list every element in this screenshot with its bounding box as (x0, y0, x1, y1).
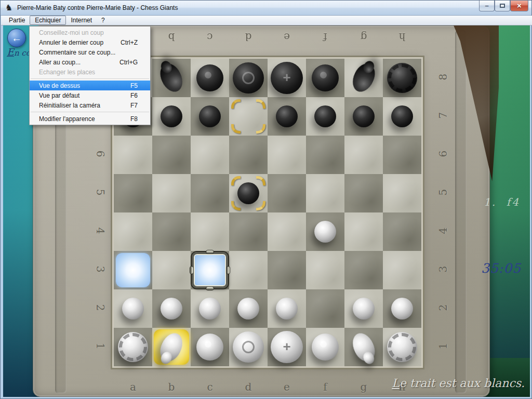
piece-black-pawn[interactable] (314, 105, 336, 127)
piece-black-queen[interactable] (233, 62, 264, 94)
legal-move-highlight[interactable] (116, 253, 150, 287)
square-d2[interactable] (229, 289, 268, 328)
square-h7[interactable] (383, 97, 421, 136)
maximize-button[interactable] (495, 1, 510, 11)
menu-item-vue-par-defaut[interactable]: Vue par défautF6 (30, 90, 150, 100)
close-button[interactable]: × (510, 1, 528, 11)
piece-white-queen[interactable] (233, 331, 264, 363)
square-e7[interactable] (268, 97, 306, 136)
square-h4[interactable] (383, 212, 421, 251)
square-g2[interactable] (344, 289, 383, 328)
square-d6[interactable] (229, 136, 268, 174)
menu-item-echanger-les-places[interactable]: Echanger les places (30, 67, 150, 77)
square-c2[interactable] (191, 289, 229, 328)
menu-partie[interactable]: Partie (4, 16, 30, 25)
piece-white-rook[interactable] (387, 332, 417, 362)
piece-black-bishop[interactable] (196, 64, 223, 91)
piece-black-pawn[interactable] (276, 105, 298, 127)
square-a6[interactable] (114, 136, 152, 174)
piece-black-knight[interactable] (156, 61, 187, 96)
piece-white-bishop[interactable] (312, 334, 339, 361)
square-g3[interactable] (344, 251, 383, 289)
piece-white-pawn[interactable] (199, 298, 221, 320)
square-e1[interactable] (268, 328, 306, 366)
piece-white-knight[interactable] (349, 330, 379, 365)
square-e5[interactable] (268, 174, 306, 212)
piece-white-king[interactable] (271, 331, 303, 363)
square-g8[interactable] (344, 59, 383, 97)
piece-white-pawn[interactable] (353, 298, 375, 320)
piece-black-pawn[interactable] (353, 105, 375, 127)
square-c5[interactable] (191, 174, 229, 212)
square-e4[interactable] (268, 212, 306, 251)
menu-item-aller-au-coup[interactable]: Aller au coup...Ctrl+G (30, 57, 150, 67)
menu-echiquier[interactable]: Echiquier (30, 16, 66, 25)
square-d4[interactable] (229, 212, 268, 251)
square-g1[interactable] (344, 328, 383, 366)
square-h6[interactable] (383, 136, 421, 174)
piece-black-rook[interactable] (387, 63, 417, 93)
piece-black-pawn[interactable] (161, 105, 182, 127)
square-f3[interactable] (306, 251, 344, 289)
piece-black-knight[interactable] (349, 61, 379, 96)
square-f7[interactable] (306, 97, 344, 136)
square-e8[interactable] (268, 59, 306, 97)
square-d5[interactable] (229, 174, 268, 212)
square-e3[interactable] (268, 251, 306, 289)
menu-item-reinitialiser-la-camera[interactable]: Réinitialiser la caméraF7 (30, 100, 150, 110)
square-c7[interactable] (191, 97, 229, 136)
square-h5[interactable] (383, 174, 421, 212)
square-e2[interactable] (268, 289, 306, 328)
square-b4[interactable] (152, 212, 191, 251)
square-e6[interactable] (268, 136, 306, 174)
square-c8[interactable] (191, 59, 229, 97)
square-d8[interactable] (229, 59, 268, 97)
square-f4[interactable] (306, 212, 344, 251)
square-d7[interactable] (229, 97, 268, 136)
piece-white-pawn[interactable] (161, 298, 182, 320)
square-d1[interactable] (229, 328, 268, 366)
square-f1[interactable] (306, 328, 344, 366)
menu-item-annuler-le-dernier-coup[interactable]: Annuler le dernier coupCtrl+Z (30, 37, 150, 47)
minimize-button[interactable]: – (479, 1, 495, 11)
piece-white-pawn[interactable] (391, 298, 413, 320)
menu-item-commentaire-sur-ce-coup[interactable]: Commentaire sur ce coup... (30, 47, 150, 57)
square-h3[interactable] (383, 251, 421, 289)
square-b3[interactable] (152, 251, 191, 289)
square-f8[interactable] (306, 59, 344, 97)
piece-black-pawn[interactable] (391, 105, 413, 127)
piece-black-king[interactable] (271, 62, 303, 94)
square-d3[interactable] (229, 251, 268, 289)
square-h1[interactable] (383, 328, 421, 366)
square-f2[interactable] (306, 289, 344, 328)
menu-item-conseillez-moi-un-coup[interactable]: Conseillez-moi un coup (30, 28, 150, 37)
square-a3[interactable] (114, 251, 152, 289)
square-a5[interactable] (114, 174, 152, 212)
square-a2[interactable] (114, 289, 152, 328)
piece-black-bishop[interactable] (312, 64, 339, 91)
piece-white-pawn[interactable] (237, 298, 259, 320)
square-c4[interactable] (191, 212, 229, 251)
square-c1[interactable] (191, 328, 229, 366)
square-a1[interactable] (114, 328, 152, 366)
menu-help[interactable]: ? (97, 16, 110, 25)
piece-white-bishop[interactable] (196, 334, 223, 361)
square-g6[interactable] (344, 136, 383, 174)
menu-item-modifier-l-apparence[interactable]: Modifier l'apparenceF8 (30, 114, 150, 124)
piece-white-rook[interactable] (118, 332, 148, 362)
piece-black-pawn[interactable] (199, 105, 221, 127)
square-g4[interactable] (344, 212, 383, 251)
square-a4[interactable] (114, 212, 152, 251)
square-c6[interactable] (191, 136, 229, 174)
piece-white-pawn[interactable] (276, 298, 298, 320)
piece-black-pawn[interactable] (237, 182, 259, 204)
legal-move-hover-highlight[interactable] (192, 252, 228, 288)
square-c3[interactable] (191, 251, 229, 289)
square-b8[interactable] (152, 59, 191, 97)
square-h8[interactable] (383, 59, 421, 97)
piece-white-pawn[interactable] (122, 298, 144, 320)
square-h2[interactable] (383, 289, 421, 328)
square-b6[interactable] (152, 136, 191, 174)
square-b2[interactable] (152, 289, 191, 328)
square-b7[interactable] (152, 97, 191, 136)
